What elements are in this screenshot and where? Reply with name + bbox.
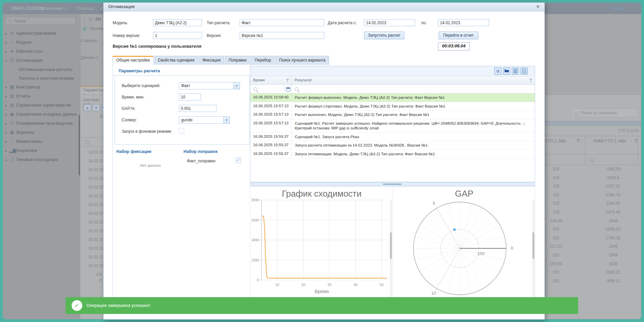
log-col-result: Результат [294, 78, 312, 82]
sidebar-item[interactable]: ▸ ▦ Конструктор [3, 83, 80, 92]
bg-date-cell: 14.02.20 [80, 227, 105, 235]
log-document-icon[interactable] [512, 68, 519, 75]
sidebar-item[interactable]: ▸ ▤ Отчеты [3, 92, 80, 101]
sidebar-item[interactable]: ▸ ▢ Типовые конструкции [3, 155, 80, 164]
log-row-text: Расчет формул выполнен. Модель: Демо ТЭЦ… [291, 93, 535, 102]
chevron-right-icon: ▸ [5, 85, 7, 90]
sidebar-item-label: Отчеты [16, 94, 31, 98]
sidebar-subitem[interactable]: Расчеты в пакетном режиме [3, 74, 80, 83]
export-excel-icon[interactable]: x [521, 68, 528, 75]
logout-link[interactable]: Выход [612, 6, 625, 11]
time-field[interactable] [179, 93, 201, 100]
sidebar-nav: ▸ ⚙ Администрирование ▸ ⌂ Модели ▸ ★ Раб… [3, 29, 80, 164]
go-to-report-button[interactable]: Перейти в отчет [439, 32, 478, 39]
gap-scrollbar[interactable] [532, 200, 534, 311]
run-calculation-button[interactable]: Запустить расчет [364, 32, 404, 39]
sidebar-item[interactable]: ▸ ▣ Справочники исходных данных [3, 110, 80, 119]
sidebar-subitem[interactable]: Оптимизационные расчеты [3, 65, 80, 74]
menu-item-clipped[interactable]: К [101, 6, 104, 11]
up-arrow-icon: ↑ [83, 17, 85, 22]
grid-icon: ▦ [9, 84, 15, 89]
clock-icon: ◷ [9, 121, 15, 126]
solver-select[interactable]: gurobi▾ [179, 116, 230, 124]
corrections-item-checkbox[interactable]: ✓ [236, 158, 241, 163]
home-icon: ⌂ [9, 40, 15, 45]
sidebar-item[interactable]: ▸ ⌂ Модели [3, 38, 80, 47]
chevron-down-icon[interactable]: ▾ [223, 117, 230, 123]
version-num-label: Номер версии: [113, 33, 140, 38]
close-icon[interactable]: ✕ [536, 4, 540, 9]
tab-item[interactable]: Перебор [251, 56, 275, 65]
calc-type-field[interactable] [240, 19, 324, 26]
log-row[interactable]: 16.06.2025 15:58:40 Расчет формул выполн… [250, 93, 535, 102]
svg-text:80M: 80M [252, 198, 259, 202]
sidebar-item[interactable]: ▸ ▣ Журналы [3, 128, 80, 137]
scenario-select[interactable]: Факт▾ [179, 82, 240, 89]
bg-page-title: Оп [95, 17, 101, 22]
sidebar-search-input[interactable]: Поиск [5, 17, 75, 25]
splitter-handle[interactable] [250, 182, 535, 186]
sidebar-item-label: Мнемосхемы [16, 139, 42, 144]
tab-active[interactable]: Общие настройки [113, 56, 154, 65]
sidebar-item[interactable]: ▸ ∴ Мнемосхемы [3, 137, 80, 146]
sidebar-item-label: Конструктор [16, 85, 40, 89]
date-from-field[interactable] [364, 19, 415, 26]
filter-icon [576, 139, 580, 143]
sidebar-item[interactable]: ▾ Ⓢ Оптимизация [3, 56, 80, 65]
bg-left-panel: Система учё ▲ ▼ Е Д 14.02.2014.02.2014.0… [80, 94, 104, 319]
svg-text:0: 0 [511, 246, 513, 251]
log-row-time: 16.06.2025 15:57:13 [250, 102, 291, 111]
sidebar-item[interactable]: ▸ ★ Рабочий стол [3, 47, 80, 56]
version-field[interactable] [240, 32, 324, 39]
cancel-icon[interactable]: ⊘ [494, 68, 501, 75]
log-time-filter-input[interactable] [250, 85, 292, 93]
bg-date-cell: 14.02.20 [80, 218, 105, 227]
sidebar-item[interactable]: ▸ ▥ Справочники характеристик [3, 101, 80, 110]
sidebar-item-label: Аналитика [16, 148, 37, 153]
s_circle-icon: Ⓢ [9, 58, 15, 63]
model-field[interactable] [153, 19, 202, 26]
sidebar-item[interactable]: ▸ ◷ Планирование производства [3, 119, 80, 128]
chevron-right-icon: ▸ [5, 103, 7, 108]
menu-item-directories[interactable]: Справочники ▾ [36, 6, 66, 11]
params-fields-box: Выберите сценарий: Факт▾ Время, мин: GAP… [115, 75, 250, 145]
svg-text:30: 30 [327, 283, 331, 287]
convergence-scrollbar[interactable] [390, 200, 392, 311]
version-num-field[interactable] [153, 32, 202, 39]
log-row[interactable]: 16.06.2025 15:55:37 Сценарий №1. Запуск … [250, 133, 535, 142]
bg-date-cell: 14.02.20 [80, 174, 105, 183]
log-row-text: Сценарий №1. Расчет завершен успешно. На… [291, 119, 535, 132]
svg-text:60M: 60M [252, 218, 259, 222]
gear-icon: ⚙ [9, 31, 15, 36]
tab-item[interactable]: Поиск лучшего варианта [275, 56, 329, 65]
bg-summary-2: С [99, 278, 102, 283]
filter-icon[interactable] [286, 79, 289, 82]
toast-success: ✓ Операция завершена успешно! [66, 297, 578, 314]
log-row[interactable]: 16.06.2025 15:57:13 Сценарий №1. Расчет … [250, 119, 535, 133]
chevron-down-icon: ▾ [64, 7, 66, 10]
log-row[interactable]: 16.06.2025 15:55:37 Запуск оптимизации. … [250, 150, 535, 159]
log-panel: ⊘ x Время Результат 16.06.2025 15:58:40 … [250, 66, 535, 182]
date-picker-button[interactable] [284, 86, 291, 92]
gap-field[interactable] [179, 105, 216, 112]
log-result-filter-input[interactable] [292, 85, 535, 93]
log-row[interactable]: 16.06.2025 15:55:37 Запуск расчета оптим… [250, 141, 535, 150]
sidebar-item[interactable]: ▸ ▂▆ Аналитика [3, 146, 80, 155]
log-row[interactable]: 16.06.2025 15:57:13 Расчет выполнен. Мод… [250, 111, 535, 119]
date-to-field[interactable] [438, 19, 489, 26]
filter-icon[interactable] [529, 79, 533, 82]
sidebar-item[interactable]: ▸ ⚙ Администрирование [3, 29, 80, 38]
box-icon: ▢ [9, 157, 15, 162]
database-icon: ▤ [83, 26, 86, 31]
menu-item-help[interactable]: Помощь [77, 6, 93, 11]
corrections-title: Набор поправок [184, 149, 217, 154]
chevron-down-icon[interactable]: ▾ [233, 82, 240, 89]
bg-col-header-2: ПИБР ГТП 2, МВт [593, 139, 627, 144]
tab-item[interactable]: Поправки [225, 56, 250, 65]
report-icon: ▤ [9, 93, 15, 98]
background-run-checkbox[interactable] [179, 128, 184, 133]
tab-item[interactable]: Свойства сценария [154, 56, 198, 65]
tab-item[interactable]: Фиксация [199, 56, 224, 65]
open-folder-icon[interactable] [503, 68, 510, 75]
log-row[interactable]: 16.06.2025 15:57:13 Расчет формул старто… [250, 102, 535, 111]
